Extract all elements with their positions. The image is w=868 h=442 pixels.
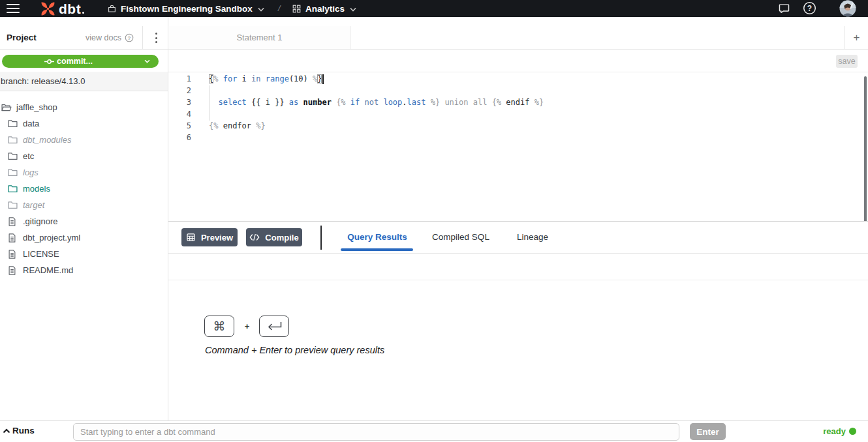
tab-statement-1[interactable]: Statement 1 [169,26,350,49]
tree-item-label: etc [23,151,34,161]
line-number: 6 [168,132,191,143]
tree-item-dbt-modules[interactable]: dbt_modules [0,132,168,148]
save-button[interactable]: save [836,55,858,68]
account-name: Fishtown Engineering Sandbox [121,4,253,14]
dbt-logo-icon [40,1,56,17]
commit-button[interactable]: commit... [2,55,159,68]
top-navigation-bar: dbt Fishtown Engineering Sandbox / Analy… [0,0,868,17]
svg-text:?: ? [127,35,131,41]
tree-item-label: logs [23,168,39,177]
folder-icon [8,168,18,177]
tab-compiled-sql[interactable]: Compiled SQL [426,221,496,253]
command-key-icon: ⌘ [204,316,234,337]
runs-drawer-toggle[interactable]: Runs [3,426,35,435]
view-docs-link[interactable]: view docs ? [85,33,134,42]
new-tab-button[interactable]: + [845,26,868,49]
tree-item--gitignore[interactable]: .gitignore [0,213,168,229]
tree-item-dbt-project-yml[interactable]: dbt_project.yml [0,229,168,246]
dbt-logo[interactable]: dbt [40,1,84,17]
header-separator [142,26,143,49]
code-line-1: {% for i in range(10) %} [209,73,322,85]
file-icon [8,249,18,259]
enter-button[interactable]: Enter [690,423,726,440]
compile-button[interactable]: Compile [246,228,302,246]
folder-icon [8,184,18,194]
project-caret-icon [350,4,356,14]
folder-open-icon [1,102,12,112]
tree-item-label: target [23,200,44,210]
active-tab-underline [341,248,413,251]
dbt-command-input[interactable] [73,423,679,441]
chevron-up-icon [3,428,10,434]
compile-button-label: Compile [265,233,298,243]
view-docs-label: view docs [85,33,121,42]
commit-button-label: commit... [57,57,93,66]
tab-lineage[interactable]: Lineage [510,221,555,253]
text-cursor [322,74,324,84]
code-line-3: select {{ i }} as number {% if not loop.… [209,96,544,108]
code-editor[interactable]: 1{% for i in range(10) %}23 select {{ i … [168,73,868,221]
project-switcher[interactable]: Analytics [292,0,356,17]
breadcrumb-separator: / [278,3,281,13]
dbt-logo-dot [82,12,84,14]
toolbar-divider [320,226,322,250]
avatar[interactable] [839,0,856,17]
enter-key-icon [259,316,289,337]
line-number: 4 [168,108,191,120]
compile-code-icon [249,233,260,241]
dbt-logo-wordmark: dbt [59,1,81,17]
tree-item-jaffle-shop[interactable]: jaffle_shop [0,99,168,115]
project-name: Analytics [305,4,345,14]
indent-guide [209,85,209,121]
hamburger-menu-icon[interactable] [7,4,20,14]
tree-item-models[interactable]: models [0,181,168,197]
account-switcher[interactable]: Fishtown Engineering Sandbox [108,0,264,17]
tree-item-label: README.md [23,265,73,275]
svg-text:?: ? [807,4,812,13]
tree-item-etc[interactable]: etc [0,148,168,164]
commit-caret-icon[interactable] [135,59,159,63]
folder-icon [8,200,18,210]
line-number: 1 [168,73,191,85]
tree-item-label: .gitignore [23,216,57,226]
hint-plus: + [243,321,251,331]
kebab-menu-icon[interactable] [153,33,159,43]
sidebar-title: Project [7,33,37,42]
tree-item-logs[interactable]: logs [0,164,168,181]
tab-statement-1-label: Statement 1 [236,33,282,42]
branch-indicator: branch: release/4.13.0 [0,72,168,91]
tree-item-readme-md[interactable]: README.md [0,262,168,278]
code-line-5: {% endfor %} [209,120,266,132]
tree-item-label: dbt_modules [23,135,71,145]
results-subheader [168,254,868,280]
editor-scrollbar[interactable] [864,76,867,222]
tree-item-data[interactable]: data [0,115,168,132]
tree-item-label: LICENSE [23,249,59,259]
file-icon [8,265,18,275]
editor-toolbar [168,50,868,72]
line-number: 5 [168,120,191,132]
file-icon [8,216,18,226]
git-commit-icon [44,58,54,65]
grid-icon [292,5,301,13]
help-icon[interactable]: ? [803,1,816,15]
chat-icon[interactable] [778,3,790,14]
file-icon [8,233,18,243]
tree-item-target[interactable]: target [0,197,168,213]
tree-item-label: models [23,184,50,194]
folder-icon [8,119,18,128]
tree-item-label: jaffle_shop [16,102,57,112]
line-number: 2 [168,85,191,96]
branch-label: branch: release/4.13.0 [1,76,85,86]
tree-item-license[interactable]: LICENSE [0,246,168,262]
preview-button-label: Preview [201,233,233,243]
command-key-glyph: ⌘ [213,319,226,334]
status-ready-label: ready [823,426,846,436]
briefcase-icon [108,5,116,13]
line-number: 3 [168,96,191,108]
preview-button[interactable]: Preview [181,228,238,246]
keyboard-hint-caption: Command + Enter to preview query results [205,345,384,355]
folder-icon [8,135,18,145]
folder-icon [8,151,18,161]
runs-label: Runs [12,426,35,435]
